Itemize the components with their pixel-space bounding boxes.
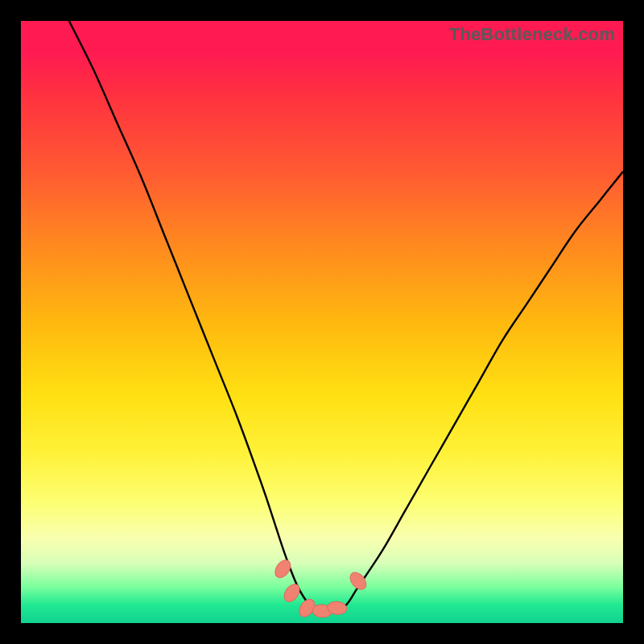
plot-area: TheBottleneck.com	[21, 21, 623, 623]
bottleneck-curve	[69, 21, 623, 612]
bottleneck-curve-path	[69, 21, 623, 612]
left-marker-mid	[281, 581, 303, 605]
watermark-text: TheBottleneck.com	[449, 24, 615, 45]
outer-frame: TheBottleneck.com	[0, 0, 644, 644]
valley-markers	[272, 557, 369, 619]
right-marker	[347, 569, 369, 592]
curve-layer	[21, 21, 623, 623]
